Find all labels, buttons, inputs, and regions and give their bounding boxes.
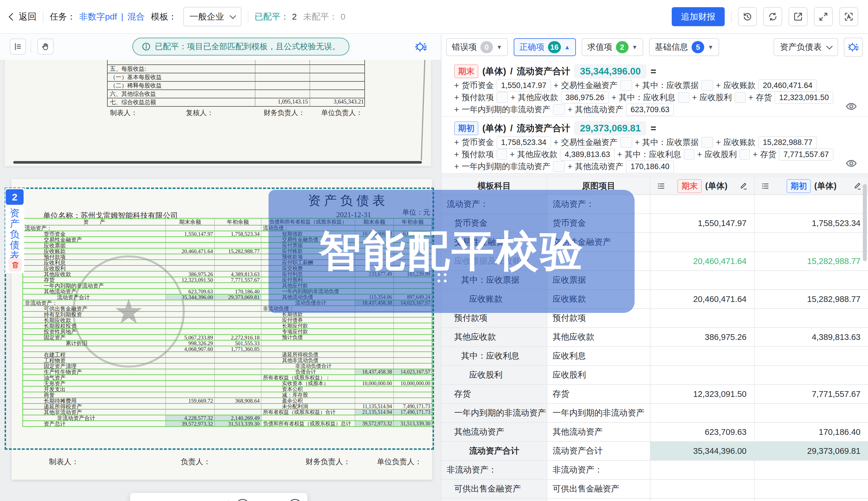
cell-period-end-value[interactable]: 20,460,471.64 — [650, 290, 755, 308]
cell-period-begin-value[interactable] — [755, 233, 868, 252]
cell-period-end-value[interactable] — [650, 309, 755, 327]
cell-period-begin-value[interactable]: 170,186.40 — [755, 423, 868, 441]
cell-period-end-value[interactable]: 623,709.63 — [650, 423, 755, 441]
fullscreen-icon[interactable] — [814, 7, 833, 26]
cell-period-end-value[interactable]: 386,975.26 — [650, 328, 755, 346]
cell-period-begin-value[interactable] — [755, 480, 868, 498]
cell-period-end-value[interactable]: 1,550,147.97 — [650, 214, 755, 232]
cell-period-begin-value[interactable]: 15,282,988.77 — [755, 252, 868, 270]
eye-icon[interactable] — [845, 157, 858, 170]
history-icon[interactable] — [738, 7, 757, 26]
ocr-icon[interactable] — [839, 7, 858, 26]
formula-term-value[interactable] — [739, 149, 750, 160]
edit-pencil-icon[interactable] — [740, 182, 748, 190]
cell-period-begin-value[interactable] — [755, 461, 868, 479]
filter-errors[interactable]: 错误项0▼ — [446, 38, 508, 56]
cell-period-begin-value[interactable]: 15,282,988.77 — [755, 290, 868, 308]
cell-period-begin-value[interactable] — [755, 499, 868, 501]
cell-period-end-value[interactable] — [650, 233, 755, 252]
table-row[interactable]: 非流动资产：非流动资产： — [441, 461, 868, 480]
cell-period-end-value[interactable] — [650, 480, 755, 498]
formula-term-value[interactable]: 20,460,471.64 — [758, 79, 817, 92]
zoom-in-button[interactable]: + — [289, 499, 302, 501]
cell-period-end-value[interactable] — [650, 271, 755, 289]
eye-icon[interactable] — [845, 100, 858, 113]
table-row[interactable]: 其他应收款其他应收款386,975.264,389,813.63 — [441, 328, 868, 347]
zoom-out-button[interactable]: − — [236, 499, 249, 501]
formula-total-value[interactable]: 35,344,396.00 — [574, 64, 646, 78]
cell-period-end-value[interactable]: 12,323,091.50 — [650, 385, 755, 403]
formula-term-value[interactable] — [496, 92, 508, 103]
overlay-drag-handle-icon[interactable] — [438, 267, 447, 283]
cell-period-begin-value[interactable]: 29,373,069.81 — [755, 442, 868, 460]
match-rule-icon[interactable] — [414, 40, 428, 54]
formula-term-value[interactable]: 170,186.40 — [626, 160, 674, 173]
formula-term-value[interactable] — [620, 80, 632, 91]
formula-term-value[interactable]: 1,550,147.97 — [496, 79, 551, 92]
cell-period-begin-value[interactable]: 4,389,813.63 — [755, 328, 868, 346]
cell-period-begin-value[interactable]: 7,771,557.67 — [755, 385, 868, 403]
formula-term-value[interactable] — [496, 149, 507, 160]
formula-term-value[interactable] — [620, 137, 632, 148]
formula-term-value[interactable]: 623,709.63 — [626, 104, 674, 116]
formula-term-value[interactable]: 1,758,523.34 — [496, 136, 551, 149]
filter-correct[interactable]: 正确项16▲ — [514, 38, 576, 56]
scrollbar-thumb[interactable] — [863, 184, 867, 261]
cell-period-begin-value[interactable] — [755, 195, 868, 213]
cell-period-end-value[interactable] — [650, 461, 755, 479]
hand-tool-icon[interactable] — [38, 39, 53, 55]
cell-period-end-value[interactable] — [650, 499, 755, 501]
cell-period-end-value[interactable] — [650, 347, 755, 365]
list-icon[interactable] — [657, 182, 666, 190]
cell-period-begin-value[interactable]: 1,758,523.34 — [755, 214, 868, 232]
refresh-icon[interactable] — [763, 7, 782, 26]
cell-period-end-value[interactable] — [650, 404, 755, 422]
filter-evaluated[interactable]: 求值项2▼ — [582, 38, 644, 56]
formula-term-value[interactable] — [678, 92, 690, 103]
filter-basic-info[interactable]: 基础信息5▼ — [649, 38, 719, 56]
formula-term-value[interactable]: 7,771,557.67 — [779, 148, 834, 161]
table-row[interactable]: 流动资产合计流动资产合计35,344,396.0029,373,069.81 — [441, 442, 868, 461]
formula-total-value[interactable]: 29,373,069.81 — [574, 121, 646, 136]
cell-period-begin-value[interactable] — [755, 404, 868, 422]
template-select[interactable]: 一般企业 — [183, 7, 241, 26]
cell-period-begin-value[interactable] — [755, 347, 868, 365]
cell-period-begin-value[interactable] — [755, 271, 868, 289]
cell-period-end-value[interactable] — [650, 195, 755, 213]
table-row[interactable]: 其中：应收利息应收利息 — [441, 347, 868, 366]
scan-asset-value — [166, 404, 215, 409]
cell-period-end-value[interactable]: 20,460,471.64 — [650, 252, 755, 270]
cell-period-end-value[interactable] — [650, 366, 755, 384]
formula-term-value[interactable] — [684, 149, 694, 160]
formula-term-value[interactable]: 386,975.26 — [561, 92, 609, 104]
selection-index-badge[interactable]: 2 — [6, 189, 24, 205]
match-settings-icon[interactable] — [844, 38, 863, 57]
table-row[interactable]: 应收股利应收股利 — [441, 366, 868, 385]
formula-term-value[interactable] — [701, 137, 713, 148]
formula-term-value[interactable]: 4,389,813.63 — [560, 148, 615, 161]
formula-term-value[interactable] — [734, 92, 746, 103]
add-report-button[interactable]: 追加财报 — [672, 7, 725, 26]
trash-icon[interactable] — [9, 258, 22, 271]
back-button[interactable]: 返回 — [10, 11, 36, 23]
sheet-type-select[interactable]: 资产负债表 — [774, 38, 838, 56]
cell-period-begin-value[interactable] — [755, 366, 868, 384]
formula-term-value[interactable]: 12,323,091.50 — [774, 92, 834, 104]
income-row-label — [108, 60, 255, 64]
list-icon[interactable] — [761, 182, 770, 190]
table-row[interactable]: 一年内到期的非流动资产一年内到期的非流动资产 — [441, 404, 868, 423]
formula-term-value[interactable] — [553, 161, 565, 172]
cell-period-end-value[interactable]: 35,344,396.00 — [650, 442, 755, 460]
export-icon[interactable] — [788, 7, 807, 26]
formula-term-value[interactable] — [701, 80, 713, 91]
table-row[interactable]: 持有至到期投资持有至到期投资 — [441, 499, 868, 501]
formula-term-value[interactable]: 15,282,988.77 — [758, 136, 817, 149]
cell-period-begin-value[interactable] — [755, 309, 868, 327]
formula-term-value[interactable] — [553, 104, 565, 115]
table-row[interactable]: 存货存货12,323,091.507,771,557.67 — [441, 385, 868, 404]
table-row[interactable]: 可供出售金融资产可供出售金融资产 — [441, 480, 868, 499]
edit-pencil-icon[interactable] — [854, 182, 862, 190]
scan-asset-label: 固定资产清理 — [23, 363, 166, 369]
table-row[interactable]: 其他流动资产其他流动资产623,709.63170,186.40 — [441, 423, 868, 442]
thumbnail-list-icon[interactable] — [10, 39, 26, 55]
